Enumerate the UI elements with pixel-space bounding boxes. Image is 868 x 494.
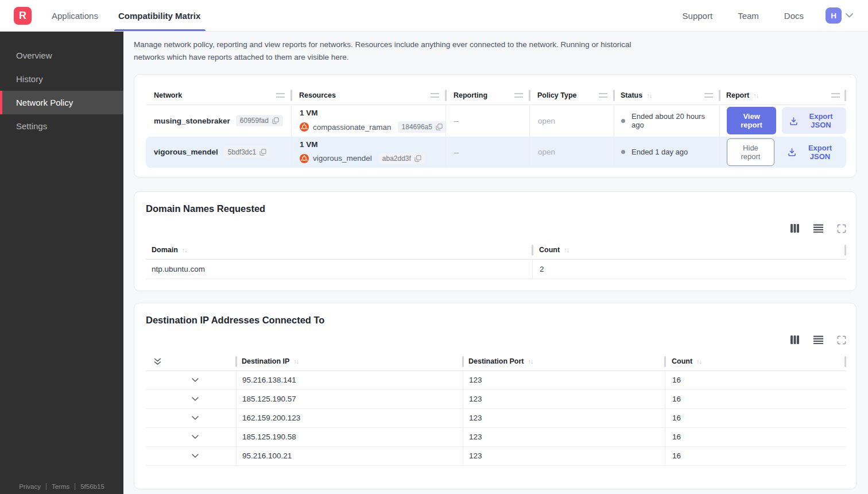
domains-card-title: Domain Names Requested xyxy=(146,203,846,214)
column-resize-handle[interactable] xyxy=(599,93,607,98)
chevron-down-icon[interactable] xyxy=(192,397,199,402)
nav-link-docs[interactable]: Docs xyxy=(784,11,804,21)
tab-compatibility-matrix[interactable]: Compatibility Matrix xyxy=(118,0,200,31)
table-toolbar xyxy=(146,335,846,345)
column-resize-handle[interactable] xyxy=(431,93,439,98)
user-menu[interactable]: H xyxy=(826,7,853,24)
resources-cell: 1 VM compassionate_raman 184696a5 xyxy=(291,105,445,137)
app-logo[interactable]: R xyxy=(14,7,32,25)
row-expander-cell xyxy=(146,371,236,389)
sort-icon[interactable]: ↑↓ xyxy=(646,92,652,99)
nav-link-support[interactable]: Support xyxy=(683,11,713,21)
copy-icon[interactable] xyxy=(436,124,443,130)
column-label: Count xyxy=(539,246,560,254)
double-chevron-down-icon[interactable] xyxy=(154,358,161,365)
copy-icon[interactable] xyxy=(259,149,266,156)
columns-icon[interactable] xyxy=(790,224,800,233)
sort-icon[interactable]: ↑↓ xyxy=(753,92,758,99)
export-json-button[interactable]: Export JSON xyxy=(782,107,846,134)
nav-link-team[interactable]: Team xyxy=(738,11,759,21)
navbar-right: Support Team Docs H xyxy=(657,7,853,24)
network-name: musing_stonebraker xyxy=(154,117,230,125)
sort-icon[interactable]: ↑↓ xyxy=(182,246,187,253)
copy-icon[interactable] xyxy=(414,155,421,162)
sort-icon[interactable]: ↑↓ xyxy=(696,358,702,365)
policy-type-cell: open xyxy=(529,105,614,137)
column-header-destination-port[interactable]: Destination Port ↑↓ xyxy=(463,353,665,370)
sidebar: Overview History Network Policy Settings… xyxy=(0,32,123,494)
terms-link[interactable]: Terms xyxy=(52,483,69,490)
network-id: 60959fad xyxy=(240,117,269,125)
sidebar-item-overview[interactable]: Overview xyxy=(0,44,123,67)
domain-cell: ntp.ubuntu.com xyxy=(146,260,532,279)
reporting-cell: – xyxy=(445,137,529,168)
policy-type-value: open xyxy=(538,117,614,125)
chevron-down-icon[interactable] xyxy=(192,416,199,420)
ubuntu-icon xyxy=(300,122,309,132)
column-header-domain[interactable]: Domain ↑↓ xyxy=(146,241,532,259)
column-label: Destination Port xyxy=(468,357,524,365)
fullscreen-icon[interactable] xyxy=(837,224,846,233)
resource-id: aba2dd3f xyxy=(382,155,411,163)
sidebar-item-settings[interactable]: Settings xyxy=(0,114,123,138)
column-header-reporting[interactable]: Reporting xyxy=(445,86,529,105)
download-icon xyxy=(788,148,796,156)
policy-type-value: open xyxy=(538,148,614,156)
column-header-resources[interactable]: Resources xyxy=(291,86,445,105)
column-label: Status xyxy=(621,91,642,99)
columns-icon[interactable] xyxy=(790,335,800,344)
footer-divider xyxy=(75,483,75,490)
count-cell: 16 xyxy=(665,428,846,446)
destination-row: 95.216.138.141 123 16 xyxy=(146,371,846,390)
destination-ip-cell: 185.125.190.57 xyxy=(236,390,463,408)
copy-icon[interactable] xyxy=(272,117,279,124)
tab-applications[interactable]: Applications xyxy=(52,0,98,31)
network-name: vigorous_mendel xyxy=(154,148,218,156)
column-header-report[interactable]: Report ↑↓ xyxy=(719,86,846,105)
sidebar-item-network-policy[interactable]: Network Policy xyxy=(0,91,123,114)
rows-icon[interactable] xyxy=(813,224,823,233)
destination-ip-cell: 162.159.200.123 xyxy=(236,409,463,427)
chevron-down-icon[interactable] xyxy=(192,378,199,383)
networks-table-header: Network Resources Reporting Policy Type … xyxy=(146,86,846,105)
column-resize-handle[interactable] xyxy=(514,93,523,98)
column-resize-handle[interactable] xyxy=(276,93,285,98)
column-header-policy-type[interactable]: Policy Type xyxy=(529,86,614,105)
column-header-count[interactable]: Count ↑↓ xyxy=(532,241,846,259)
sort-icon[interactable]: ↑↓ xyxy=(528,358,533,365)
column-header-destination-ip[interactable]: Destination IP ↑↓ xyxy=(236,353,463,370)
fullscreen-icon[interactable] xyxy=(837,335,846,345)
vm-count: 1 VM xyxy=(300,109,445,117)
resource-id: 184696a5 xyxy=(402,123,432,131)
status-text: Ended about 20 hours ago xyxy=(631,112,719,129)
destination-row: 185.125.190.58 123 16 xyxy=(146,428,846,447)
page-description: Manage network policy, reporting and vie… xyxy=(134,38,642,64)
column-header-count[interactable]: Count ↑↓ xyxy=(665,353,846,370)
chevron-down-icon[interactable] xyxy=(192,435,199,439)
column-resize-handle[interactable] xyxy=(831,93,840,98)
column-header-status[interactable]: Status ↑↓ xyxy=(614,86,719,105)
column-resize-handle[interactable] xyxy=(704,93,713,98)
sort-icon[interactable]: ↑↓ xyxy=(293,358,299,365)
sort-icon[interactable]: ↑↓ xyxy=(564,246,569,253)
privacy-link[interactable]: Privacy xyxy=(19,483,41,490)
column-header-network[interactable]: Network xyxy=(146,86,291,105)
row-expander-cell xyxy=(146,447,236,465)
rows-icon[interactable] xyxy=(813,335,823,344)
count-cell: 2 xyxy=(532,260,846,279)
expand-all-header[interactable] xyxy=(146,353,236,370)
resource-name: vigorous_mendel xyxy=(313,154,372,163)
destinations-table-header: Destination IP ↑↓ Destination Port ↑↓ Co… xyxy=(146,353,846,371)
view-report-button[interactable]: View report xyxy=(727,107,776,134)
reporting-value: – xyxy=(454,148,529,157)
hide-report-button[interactable]: Hide report xyxy=(727,138,774,166)
chevron-down-icon[interactable] xyxy=(192,454,199,458)
export-json-button[interactable]: Export JSON xyxy=(780,139,846,165)
destination-ip-cell: 95.216.138.141 xyxy=(236,371,463,389)
network-row-vigorous-mendel: vigorous_mendel 5bdf3dc1 1 VM vigorous_m xyxy=(146,137,846,168)
status-dot xyxy=(621,119,625,123)
sidebar-item-history[interactable]: History xyxy=(0,67,123,91)
destination-row: 185.125.190.57 123 16 xyxy=(146,390,846,409)
avatar[interactable]: H xyxy=(826,7,842,24)
network-id-badge: 60959fad xyxy=(236,115,283,126)
